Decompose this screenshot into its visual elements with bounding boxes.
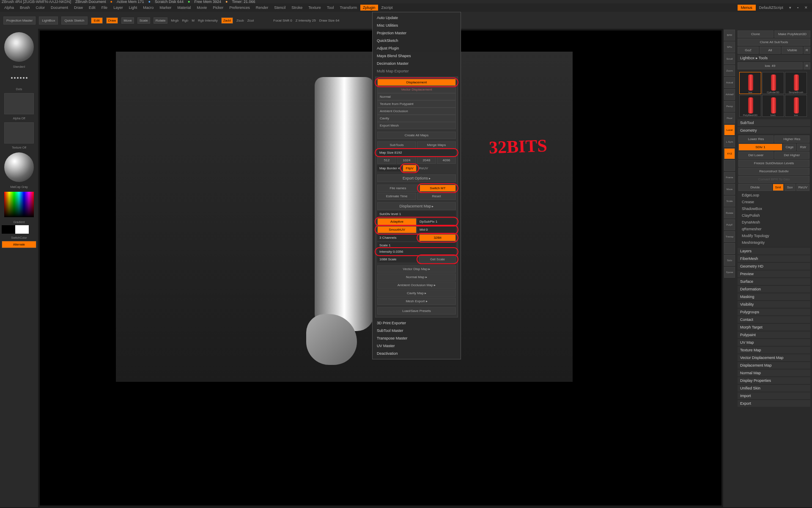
export-options[interactable]: Export Options ▸ [377, 174, 456, 182]
zadd-button[interactable]: Zadd [221, 17, 233, 24]
sidetool-xyz[interactable]: XYZ [724, 148, 735, 159]
edit-button[interactable]: Edit [91, 17, 103, 24]
sidetool-polyf[interactable]: PolyF [724, 219, 735, 230]
menu-document[interactable]: Document [48, 5, 71, 11]
scale-1[interactable]: Scale 1 [377, 242, 456, 248]
map-mesh-export[interactable]: Mesh Export ▸ [377, 298, 456, 305]
sidetool-transp[interactable]: Transp [724, 231, 735, 242]
menu-stencil[interactable]: Stencil [272, 5, 288, 11]
rgb-button[interactable]: Rgb [182, 19, 189, 22]
file-names[interactable]: File names [377, 185, 419, 192]
z-intensity[interactable]: Z Intensity 25 [296, 19, 316, 22]
menu-transform[interactable]: Transform [337, 5, 359, 11]
map-ambient-occlusion-map[interactable]: Ambient Occlusion Map ▸ [377, 282, 456, 289]
sidetool-move[interactable]: Move [724, 184, 735, 195]
load-save-presets[interactable]: Load/Save Presets [377, 307, 456, 315]
menu-marker[interactable]: Marker [157, 5, 174, 11]
bit16-scale[interactable]: 16Bit Scale [377, 256, 418, 262]
geo-meshintegrity[interactable]: MeshIntegrity [738, 239, 809, 246]
three-channels[interactable]: 3 Channels [377, 235, 418, 241]
goz-r[interactable]: R [804, 47, 810, 54]
dd-transpose-master[interactable]: Transpose Master [373, 334, 461, 342]
sidetool-scroll[interactable]: Scroll [724, 53, 735, 64]
sidetool-floor[interactable]: Floor [724, 113, 735, 124]
size-4096[interactable]: 4096 [437, 157, 456, 164]
subtools-btn[interactable]: SubTools [377, 141, 416, 149]
menu-render[interactable]: Render [253, 5, 271, 11]
estimate-time[interactable]: Estimate Time [377, 193, 416, 200]
sidetool-aahalf[interactable]: AAHalf [724, 89, 735, 100]
window-max-icon[interactable]: ▪ [795, 5, 801, 11]
switchcolor-label[interactable]: SwitchColor [2, 236, 36, 239]
suv[interactable]: Suv [785, 184, 796, 191]
create-all-maps[interactable]: Create All Maps [377, 132, 456, 139]
section-layers[interactable]: Layers [738, 248, 810, 254]
dd-maya-blend-shapes[interactable]: Maya Blend Shapes [373, 52, 461, 60]
smoothuv[interactable]: SmoothUV [377, 226, 417, 233]
dd-3d-print-exporter[interactable]: 3D Print Exporter [373, 319, 461, 327]
lightbox-tools[interactable]: Lightbox ▸ Tools [738, 55, 810, 61]
menu-tool[interactable]: Tool [324, 5, 337, 11]
size-2048[interactable]: 2048 [417, 157, 436, 164]
rgb-intensity[interactable]: Rgb Intensity [198, 19, 218, 22]
geo-qremesher[interactable]: qRemesher [738, 226, 809, 232]
reuv-btn[interactable]: ReUV [417, 166, 430, 171]
texture-polypaint-toggle[interactable]: Texture from Polypaint [377, 100, 456, 108]
cavity-toggle[interactable]: Cavity [377, 115, 456, 122]
tool-thumb-2[interactable]: SimpleBrush [785, 72, 807, 94]
subdiv-level[interactable]: SubDiv level 1 [377, 211, 456, 217]
divide[interactable]: Divide [738, 184, 772, 191]
cage[interactable]: Cage [783, 144, 796, 151]
alternate-button[interactable]: Alternate [2, 241, 36, 248]
menu-edit[interactable]: Edit [86, 5, 98, 11]
section-preview[interactable]: Preview [738, 271, 810, 277]
map-cavity-map[interactable]: Cavity Map ▸ [377, 290, 456, 297]
geo-modify topology[interactable]: Modify Topology [738, 232, 809, 239]
menu-draw[interactable]: Draw [71, 5, 85, 11]
menu-light[interactable]: Light [126, 5, 140, 11]
get-scale[interactable]: Get Scale [419, 256, 456, 263]
dd-uv-master[interactable]: UV Master [373, 342, 461, 350]
section-texture-map[interactable]: Texture Map [738, 347, 810, 353]
section-deformation[interactable]: Deformation [738, 286, 810, 293]
mrgb-button[interactable]: Mrgb [171, 19, 178, 22]
move-button[interactable]: Move [121, 17, 134, 24]
menu-brush[interactable]: Brush [17, 5, 33, 11]
displacement-map[interactable]: Displacement Map ▸ [377, 202, 456, 210]
window-close-icon[interactable]: ✕ [802, 5, 810, 11]
color-chip-white[interactable] [15, 225, 29, 234]
draw-button[interactable]: Draw [106, 17, 118, 24]
section-contact[interactable]: Contact [738, 316, 810, 323]
section-vector-displacement-map[interactable]: Vector Displacement Map [738, 354, 810, 361]
vector-disp-toggle[interactable]: Vector Displacement [377, 86, 456, 93]
dd-projection-master[interactable]: Projection Master [373, 29, 461, 37]
menu-texture[interactable]: Texture [306, 5, 324, 11]
menus-button[interactable]: Menus [738, 5, 756, 11]
del-lower[interactable]: Del Lower [738, 152, 774, 159]
flipv[interactable]: FlipV [403, 165, 416, 172]
menu-stroke[interactable]: Stroke [289, 5, 305, 11]
lightbox-button[interactable]: LightBox [39, 17, 58, 25]
sidetool-bpr[interactable]: BPR [724, 30, 735, 41]
default-zscript[interactable]: DefaultZScript [757, 5, 786, 11]
section-fibermesh[interactable]: FiberMesh [738, 255, 810, 262]
mid[interactable]: Mid 0 [417, 226, 456, 233]
rotate-button[interactable]: Rotate [154, 17, 168, 24]
make-polymesh-button[interactable]: Make PolyMesh3D [774, 30, 810, 38]
scale-button[interactable]: Scale [137, 17, 150, 24]
section-normal-map[interactable]: Normal Map [738, 370, 810, 376]
geo-crease[interactable]: Crease [738, 199, 809, 205]
reset[interactable]: Reset [417, 193, 456, 200]
tool-thumb-0[interactable]: low [739, 72, 761, 94]
menu-movie[interactable]: Movie [194, 5, 209, 11]
merge-maps[interactable]: Merge Maps [417, 141, 456, 149]
section-import[interactable]: Import [738, 392, 810, 399]
section-polygroups[interactable]: Polygroups [738, 309, 810, 315]
menu-picker[interactable]: Picker [210, 5, 226, 11]
menu-file[interactable]: File [99, 5, 110, 11]
menu-macro[interactable]: Macro [140, 5, 156, 11]
focal-shift[interactable]: Focal Shift 0 [273, 19, 292, 22]
menu-layer[interactable]: Layer [111, 5, 126, 11]
reuv[interactable]: ReUV [796, 184, 809, 191]
reconstruct[interactable]: Reconstruct Subdiv [738, 168, 809, 175]
